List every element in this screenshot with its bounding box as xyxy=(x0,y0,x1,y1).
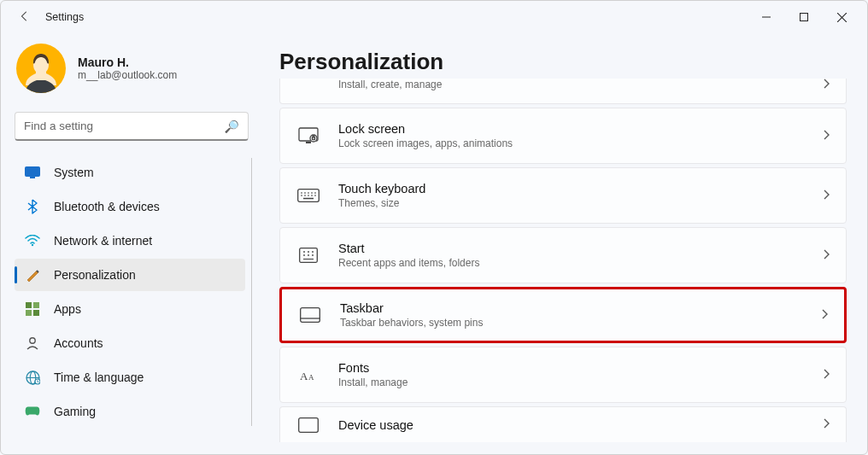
svg-point-36 xyxy=(303,251,305,253)
settings-item-taskbar[interactable]: TaskbarTaskbar behaviors, system pins xyxy=(279,287,847,343)
device-icon xyxy=(297,417,320,433)
svg-point-39 xyxy=(303,254,305,256)
svg-point-40 xyxy=(308,254,309,256)
settings-item-title: Taskbar xyxy=(340,301,803,315)
display-icon xyxy=(25,166,40,178)
sidebar-item-bluetooth[interactable]: Bluetooth & devices xyxy=(15,190,245,223)
sidebar-item-label: System xyxy=(54,166,94,179)
main-panel: Personalization Install, create, manageL… xyxy=(257,33,867,454)
settings-item-deviceusage[interactable]: Device usage xyxy=(279,406,847,442)
svg-point-12 xyxy=(30,338,35,343)
search-icon: 🔍 xyxy=(225,120,239,133)
settings-item-subtitle: Themes, size xyxy=(338,197,805,209)
brush-icon xyxy=(25,267,40,283)
sidebar-item-apps[interactable]: Apps xyxy=(15,293,245,325)
profile-email: m__lab@outlook.com xyxy=(78,69,177,81)
settings-item-fonts[interactable]: AAFontsInstall, manage xyxy=(279,347,847,403)
nav-divider xyxy=(251,158,252,426)
svg-text:A: A xyxy=(308,373,314,382)
chevron-right-icon xyxy=(824,130,830,143)
profile-block[interactable]: Mauro H. m__lab@outlook.com xyxy=(15,44,252,93)
settings-item-title: Device usage xyxy=(338,418,805,432)
sidebar-item-system[interactable]: System xyxy=(15,156,245,189)
bluetooth-icon xyxy=(25,199,40,214)
chevron-right-icon xyxy=(824,369,830,382)
search-input[interactable] xyxy=(24,120,225,132)
svg-point-41 xyxy=(312,254,314,256)
svg-rect-20 xyxy=(306,142,311,143)
window-title: Settings xyxy=(45,11,84,23)
page-title: Personalization xyxy=(279,49,847,75)
globe-icon xyxy=(25,370,40,385)
lock-icon xyxy=(297,127,320,144)
title-bar: Settings xyxy=(1,1,867,33)
sidebar-item-gaming[interactable]: Gaming xyxy=(15,395,245,428)
settings-item-start[interactable]: StartRecent apps and items, folders xyxy=(279,227,847,283)
settings-item-title: Touch keyboard xyxy=(338,182,805,195)
sidebar-item-network[interactable]: Network & internet xyxy=(15,225,245,257)
sidebar-item-time[interactable]: Time & language xyxy=(15,361,245,394)
settings-item-subtitle: Taskbar behaviors, system pins xyxy=(340,317,803,329)
svg-point-38 xyxy=(312,251,314,253)
person-icon xyxy=(25,336,40,350)
settings-item-title: Lock screen xyxy=(338,122,805,136)
fonts-icon: AA xyxy=(297,367,320,382)
keyboard-icon xyxy=(297,189,320,202)
settings-list: Install, create, manageLock screenLock s… xyxy=(279,79,847,454)
chevron-right-icon xyxy=(824,190,830,202)
close-button[interactable] xyxy=(823,4,860,30)
sidebar-item-personalization[interactable]: Personalization xyxy=(15,259,245,291)
settings-item-lockscreen[interactable]: Lock screenLock screen images, apps, ani… xyxy=(279,108,847,164)
start-icon xyxy=(297,248,320,263)
settings-item-subtitle: Install, manage xyxy=(338,376,805,388)
svg-line-18 xyxy=(38,382,38,382)
sidebar-item-label: Apps xyxy=(54,302,81,316)
svg-rect-9 xyxy=(33,302,39,308)
settings-item-subtitle: Lock screen images, apps, animations xyxy=(338,137,805,149)
nav-list: SystemBluetooth & devicesNetwork & inter… xyxy=(15,156,252,428)
sidebar-item-label: Time & language xyxy=(54,370,144,384)
sidebar-item-label: Accounts xyxy=(54,336,103,350)
svg-rect-6 xyxy=(30,177,35,178)
taskbar-icon xyxy=(299,307,321,323)
chevron-right-icon xyxy=(822,309,829,322)
settings-item-themes_partial[interactable]: Install, create, manage xyxy=(279,79,847,104)
svg-rect-10 xyxy=(26,310,32,316)
sidebar-item-label: Gaming xyxy=(54,405,96,418)
minimize-button[interactable] xyxy=(748,4,785,30)
maximize-button[interactable] xyxy=(785,4,823,30)
settings-item-touchkb[interactable]: Touch keyboardThemes, size xyxy=(279,167,847,224)
sidebar-item-accounts[interactable]: Accounts xyxy=(15,327,245,359)
svg-rect-1 xyxy=(801,14,808,21)
chevron-right-icon xyxy=(824,79,830,91)
avatar xyxy=(16,44,66,93)
search-box[interactable]: 🔍 xyxy=(15,112,249,141)
sidebar-item-label: Bluetooth & devices xyxy=(54,200,160,213)
chevron-right-icon xyxy=(824,249,830,262)
settings-item-subtitle: Install, create, manage xyxy=(338,79,805,90)
chevron-right-icon xyxy=(824,418,830,431)
settings-item-title: Start xyxy=(338,242,805,255)
sidebar-item-label: Network & internet xyxy=(54,234,152,248)
svg-rect-8 xyxy=(26,302,32,308)
settings-item-subtitle: Recent apps and items, folders xyxy=(338,257,805,269)
settings-item-title: Fonts xyxy=(338,361,805,375)
apps-icon xyxy=(25,302,40,316)
svg-rect-5 xyxy=(26,167,40,177)
svg-rect-47 xyxy=(299,417,319,432)
sidebar-item-label: Personalization xyxy=(54,268,136,282)
svg-point-37 xyxy=(308,251,309,253)
sidebar: Mauro H. m__lab@outlook.com 🔍 SystemBlue… xyxy=(1,33,257,454)
svg-rect-11 xyxy=(33,310,39,316)
svg-point-7 xyxy=(32,244,33,246)
svg-text:A: A xyxy=(300,370,308,382)
profile-name: Mauro H. xyxy=(78,55,177,69)
back-button[interactable] xyxy=(13,10,37,25)
gamepad-icon xyxy=(25,405,40,417)
svg-rect-43 xyxy=(301,308,320,323)
wifi-icon xyxy=(25,235,40,247)
